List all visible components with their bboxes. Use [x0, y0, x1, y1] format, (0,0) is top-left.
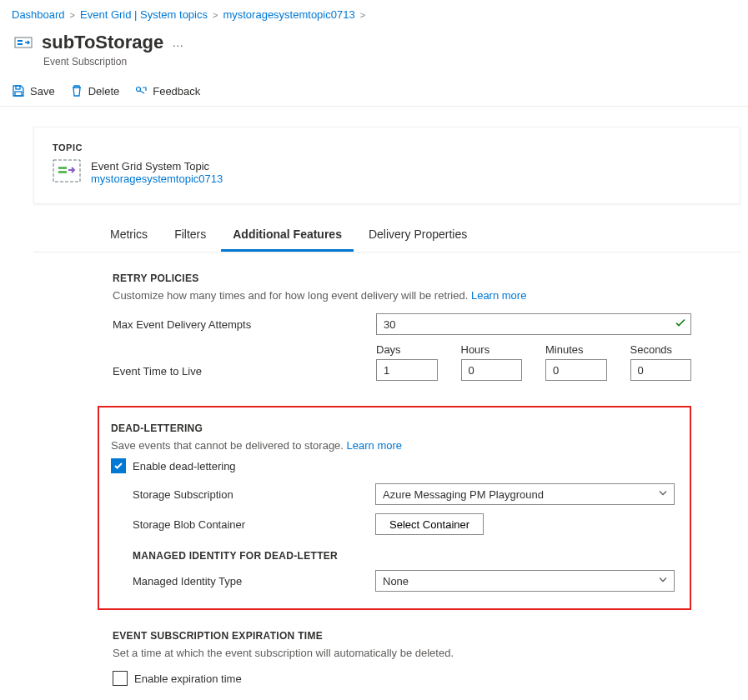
- svg-rect-5: [58, 167, 67, 169]
- retry-desc-text: Customize how many times and for how lon…: [113, 289, 471, 302]
- ttl-days-input[interactable]: [376, 359, 438, 381]
- tab-additional-features[interactable]: Additional Features: [221, 219, 354, 252]
- save-button[interactable]: Save: [12, 84, 55, 98]
- svg-rect-6: [58, 171, 67, 173]
- topic-type: Event Grid System Topic: [91, 160, 223, 172]
- svg-rect-1: [16, 86, 20, 89]
- tab-delivery-properties[interactable]: Delivery Properties: [357, 219, 479, 252]
- page-subtitle: Event Subscription: [0, 56, 748, 76]
- feedback-icon: [134, 84, 148, 98]
- retry-policies-heading: RETRY POLICIES: [113, 272, 691, 284]
- chevron-right-icon: >: [213, 10, 218, 20]
- save-label: Save: [30, 85, 55, 98]
- ttl-label: Event Time to Live: [113, 365, 363, 381]
- svg-point-3: [137, 88, 141, 92]
- chevron-right-icon: >: [360, 10, 365, 20]
- max-attempts-label: Max Event Delivery Attempts: [113, 318, 363, 331]
- dead-lettering-desc: Save events that cannot be delivered to …: [111, 439, 675, 452]
- enable-dead-lettering-checkbox[interactable]: [111, 458, 126, 473]
- storage-subscription-label: Storage Subscription: [133, 488, 362, 501]
- breadcrumb-dashboard[interactable]: Dashboard: [12, 8, 65, 21]
- topic-card: TOPIC Event Grid System Topic mystorages…: [33, 127, 740, 204]
- enable-expiration-label: Enable expiration time: [134, 672, 242, 685]
- ttl-hours-label: Hours: [461, 343, 523, 356]
- ttl-hours-input[interactable]: [461, 359, 523, 381]
- storage-subscription-select[interactable]: [375, 483, 675, 505]
- delete-label: Delete: [88, 85, 120, 98]
- tabs: Metrics Filters Additional Features Deli…: [33, 219, 741, 252]
- topic-name-link[interactable]: mystoragesystemtopic0713: [91, 172, 223, 185]
- retry-policies-desc: Customize how many times and for how lon…: [113, 289, 691, 302]
- dead-lettering-highlight: DEAD-LETTERING Save events that cannot b…: [98, 406, 691, 610]
- delete-icon: [70, 84, 83, 98]
- delete-button[interactable]: Delete: [70, 84, 120, 98]
- feedback-button[interactable]: Feedback: [134, 84, 200, 98]
- select-container-button[interactable]: Select Container: [375, 513, 484, 535]
- dead-lettering-heading: DEAD-LETTERING: [111, 422, 675, 434]
- retry-learn-more-link[interactable]: Learn more: [471, 289, 526, 302]
- storage-blob-container-label: Storage Blob Container: [133, 518, 362, 531]
- expiration-heading: EVENT SUBSCRIPTION EXPIRATION TIME: [113, 630, 691, 642]
- event-subscription-icon: [12, 31, 35, 54]
- ttl-seconds-input[interactable]: [630, 359, 692, 381]
- ttl-minutes-label: Minutes: [545, 343, 607, 356]
- dead-learn-more-link[interactable]: Learn more: [347, 439, 402, 452]
- expiration-desc: Set a time at which the event subscripti…: [113, 647, 691, 659]
- svg-rect-2: [15, 92, 22, 96]
- chevron-right-icon: >: [70, 10, 75, 20]
- max-attempts-input[interactable]: [376, 313, 691, 335]
- dead-desc-text: Save events that cannot be delivered to …: [111, 439, 347, 452]
- breadcrumb-topic[interactable]: mystoragesystemtopic0713: [223, 8, 354, 21]
- tab-metrics[interactable]: Metrics: [98, 219, 159, 252]
- ttl-minutes-input[interactable]: [545, 359, 607, 381]
- breadcrumb-event-grid[interactable]: Event Grid | System topics: [80, 8, 208, 21]
- managed-identity-type-select[interactable]: [375, 570, 675, 592]
- enable-expiration-checkbox[interactable]: [113, 671, 128, 686]
- breadcrumb: Dashboard > Event Grid | System topics >…: [0, 0, 748, 28]
- page-header: subToStorage …: [0, 28, 748, 56]
- topic-label: TOPIC: [53, 142, 721, 152]
- ttl-days-label: Days: [376, 343, 438, 356]
- tab-filters[interactable]: Filters: [163, 219, 218, 252]
- page-title: subToStorage: [42, 32, 163, 53]
- ttl-seconds-label: Seconds: [630, 343, 692, 356]
- managed-identity-type-label: Managed Identity Type: [133, 575, 362, 588]
- toolbar: Save Delete Feedback: [0, 76, 748, 107]
- event-grid-topic-icon: [53, 159, 81, 185]
- enable-dead-lettering-label: Enable dead-lettering: [133, 460, 236, 472]
- feedback-label: Feedback: [153, 85, 200, 98]
- managed-identity-heading: MANAGED IDENTITY FOR DEAD-LETTER: [133, 550, 675, 562]
- valid-check-icon: [675, 318, 686, 332]
- save-icon: [12, 84, 25, 98]
- more-actions-button[interactable]: …: [172, 36, 184, 49]
